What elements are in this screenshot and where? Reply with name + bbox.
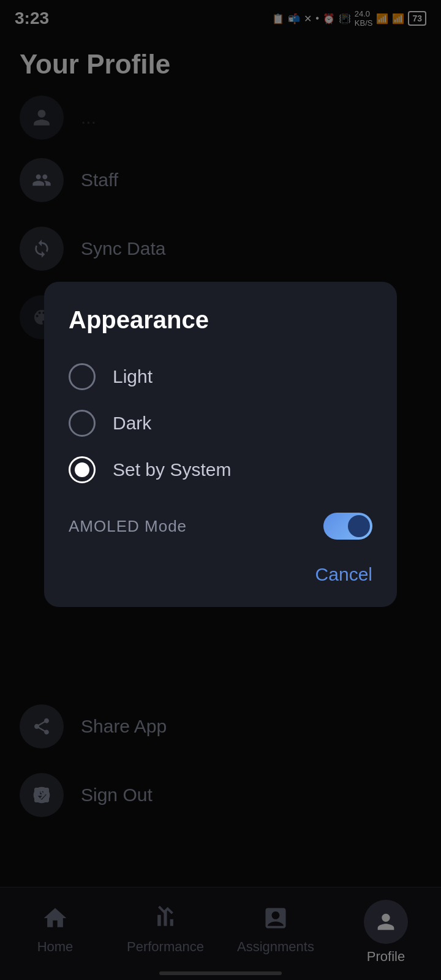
cancel-button[interactable]: Cancel xyxy=(315,564,372,585)
system-radio[interactable] xyxy=(69,456,96,483)
dialog-cancel-area: Cancel xyxy=(69,564,372,585)
light-radio[interactable] xyxy=(69,363,96,390)
dark-option[interactable]: Dark xyxy=(69,400,372,447)
amoled-toggle[interactable] xyxy=(323,513,372,540)
appearance-dialog: Appearance Light Dark Set by System AMOL… xyxy=(44,282,397,607)
light-label: Light xyxy=(113,366,153,387)
amoled-label: AMOLED Mode xyxy=(69,517,187,536)
system-label: Set by System xyxy=(113,459,231,480)
dark-radio[interactable] xyxy=(69,410,96,437)
system-option[interactable]: Set by System xyxy=(69,447,372,493)
light-option[interactable]: Light xyxy=(69,353,372,400)
toggle-knob xyxy=(348,515,370,537)
dark-label: Dark xyxy=(113,413,151,434)
amoled-row: AMOLED Mode xyxy=(69,508,372,545)
dialog-title: Appearance xyxy=(69,306,372,334)
